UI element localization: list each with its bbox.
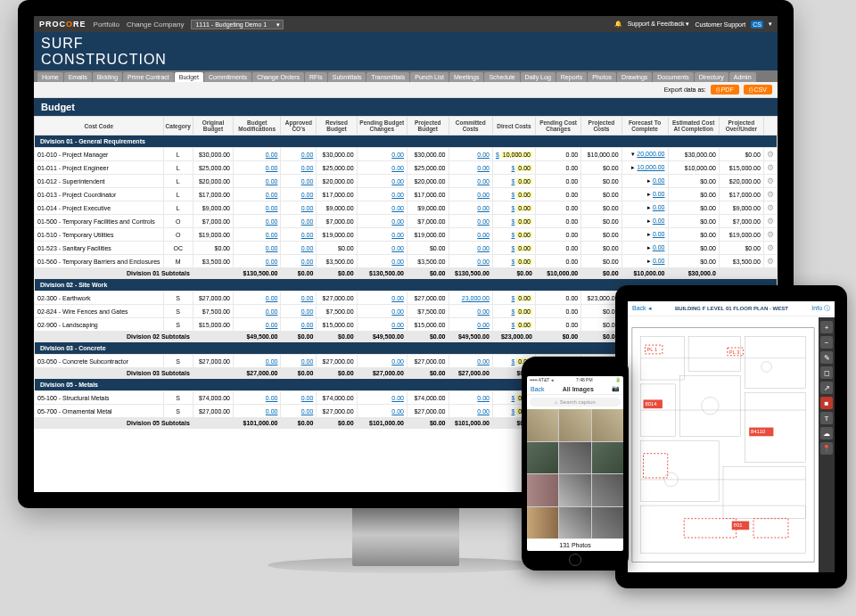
cell[interactable]: $ 0.00	[492, 292, 535, 305]
gear-icon[interactable]: ⚙	[763, 188, 777, 201]
photo-thumb[interactable]	[592, 442, 623, 474]
cell[interactable]: 0.00	[281, 175, 317, 188]
tab-documents[interactable]: Documents	[653, 72, 693, 82]
cell[interactable]: 0.00	[281, 318, 317, 332]
cell[interactable]: 0.00	[234, 318, 281, 332]
tab-prime-contract[interactable]: Prime Contract	[123, 72, 174, 82]
photo-thumb[interactable]	[592, 409, 623, 441]
tab-commitments[interactable]: Commitments	[204, 72, 251, 82]
photo-thumb[interactable]	[592, 474, 623, 506]
cell[interactable]: 0.00	[357, 201, 407, 215]
cell[interactable]: 0.00	[234, 228, 281, 242]
cell[interactable]: ▸ 0.00	[621, 175, 668, 188]
tab-change-orders[interactable]: Change Orders	[252, 72, 304, 82]
cell[interactable]: ▸ 0.00	[621, 215, 668, 228]
cell[interactable]: 0.00	[357, 148, 407, 161]
cell[interactable]: $ 0.00	[492, 161, 535, 175]
cell[interactable]: 0.00	[234, 201, 281, 215]
photo-thumb[interactable]	[592, 507, 623, 539]
cell[interactable]: ▾ 20,000.00	[621, 148, 668, 161]
cell[interactable]: 0.00	[449, 405, 492, 418]
division-header[interactable]: Division 01 - General Requirements	[35, 136, 778, 148]
floor-plan[interactable]: PL 1 PL 3 8014 84110 801	[628, 317, 819, 572]
gear-icon[interactable]: ⚙	[763, 255, 777, 268]
tool-pencil-icon[interactable]: ✎	[820, 351, 833, 364]
cell[interactable]: 0.00	[234, 405, 281, 418]
bell-icon[interactable]: 🔔	[614, 21, 622, 28]
cell[interactable]: 0.00	[281, 161, 317, 175]
cell[interactable]: ▸ 10,000.00	[621, 161, 668, 175]
phone-search-input[interactable]: ⌕ Search caption	[530, 398, 621, 407]
tab-home[interactable]: Home	[37, 72, 63, 82]
camera-icon[interactable]: 📷	[612, 385, 620, 392]
tool-pin-icon[interactable]: 📍	[820, 442, 833, 455]
photo-thumb[interactable]	[527, 474, 558, 506]
photo-thumb[interactable]	[527, 507, 558, 539]
photo-thumb[interactable]	[527, 409, 558, 441]
cell[interactable]: 0.00	[281, 405, 317, 418]
tab-budget[interactable]: Budget	[175, 72, 203, 82]
cell[interactable]: ▸ 0.00	[621, 255, 668, 268]
tab-punch-list[interactable]: Punch List	[410, 72, 449, 82]
cell[interactable]: 0.00	[357, 215, 407, 228]
cell[interactable]: 0.00	[357, 175, 407, 188]
cell[interactable]: 0.00	[234, 255, 281, 268]
gear-icon[interactable]: ⚙	[763, 175, 777, 188]
gear-icon[interactable]: ⚙	[763, 215, 777, 228]
gear-icon[interactable]: ⚙	[763, 228, 777, 242]
cell[interactable]: 0.00	[449, 391, 492, 405]
cell[interactable]: 0.00	[281, 292, 317, 305]
cell[interactable]: 0.00	[357, 188, 407, 201]
portfolio-link[interactable]: Portfolio	[94, 21, 119, 29]
cell[interactable]: 0.00	[449, 242, 492, 255]
cell[interactable]: 0.00	[357, 228, 407, 242]
cell[interactable]: 0.00	[234, 305, 281, 318]
tab-directory[interactable]: Directory	[695, 72, 728, 82]
cell[interactable]: 0.00	[234, 355, 281, 368]
gear-icon[interactable]: ⚙	[763, 242, 777, 255]
tab-daily-log[interactable]: Daily Log	[521, 72, 556, 82]
phone-back-button[interactable]: Back	[531, 386, 545, 392]
cell[interactable]: 0.00	[234, 148, 281, 161]
photo-thumb[interactable]	[559, 442, 590, 474]
cell[interactable]: ▸ 0.00	[621, 228, 668, 242]
cell[interactable]: 0.00	[357, 355, 407, 368]
tab-photos[interactable]: Photos	[588, 72, 616, 82]
tab-drawings[interactable]: Drawings	[617, 72, 652, 82]
tool-color-icon[interactable]: ■	[820, 397, 833, 409]
cell[interactable]: 0.00	[234, 175, 281, 188]
cell[interactable]: 0.00	[281, 228, 317, 242]
cell[interactable]: 0.00	[449, 318, 492, 332]
tool-minus-icon[interactable]: −	[820, 336, 833, 349]
cell[interactable]: $ 0.00	[492, 228, 535, 242]
cell[interactable]: 0.00	[357, 255, 407, 268]
gear-icon[interactable]: ⚙	[763, 161, 777, 175]
tool-plus-icon[interactable]: +	[820, 321, 833, 333]
cell[interactable]: $ 0.00	[492, 188, 535, 201]
home-button[interactable]	[569, 554, 581, 566]
cell[interactable]: 0.00	[234, 161, 281, 175]
cell[interactable]: 0.00	[357, 292, 407, 305]
export-pdf-button[interactable]: ⎙ PDF	[711, 85, 739, 94]
cell[interactable]: 0.00	[281, 201, 317, 215]
cell[interactable]: ▸ 0.00	[621, 242, 668, 255]
tool-text-icon[interactable]: T	[820, 412, 833, 424]
tab-reports[interactable]: Reports	[556, 72, 588, 82]
cell[interactable]: 0.00	[357, 161, 407, 175]
cell[interactable]: 0.00	[234, 242, 281, 255]
cell[interactable]: 0.00	[449, 188, 492, 201]
cell[interactable]: 0.00	[449, 175, 492, 188]
cell[interactable]: $ 0.00	[492, 318, 535, 332]
cell[interactable]: $ 0.00	[492, 305, 535, 318]
cell[interactable]: $ 0.00	[492, 201, 535, 215]
tab-bidding[interactable]: Bidding	[93, 72, 122, 82]
photo-thumb[interactable]	[559, 409, 590, 441]
tab-meetings[interactable]: Meetings	[449, 72, 483, 82]
cell[interactable]: 0.00	[281, 355, 317, 368]
photo-thumb[interactable]	[559, 507, 590, 539]
cell[interactable]: 0.00	[449, 215, 492, 228]
tool-cloud-icon[interactable]: ☁	[820, 427, 833, 439]
cell[interactable]: 0.00	[449, 305, 492, 318]
tablet-back-button[interactable]: Back ◂	[632, 305, 652, 312]
cell[interactable]: 0.00	[357, 318, 407, 332]
